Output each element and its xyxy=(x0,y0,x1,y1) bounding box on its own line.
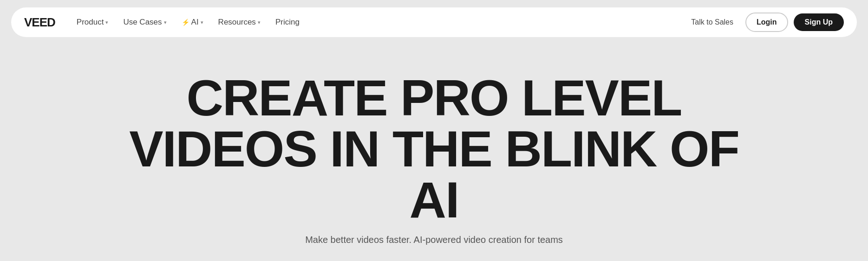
nav-right: Talk to Sales Login Sign Up xyxy=(685,13,844,32)
hero-title-line1: CREATE PRO LEVEL xyxy=(186,69,681,126)
hero-subtitle: Make better videos faster. AI-powered vi… xyxy=(305,235,563,245)
hero-title: CREATE PRO LEVEL VIDEOS IN THE BLINK OF … xyxy=(109,72,759,225)
login-button[interactable]: Login xyxy=(745,13,788,32)
nav-use-cases-label: Use Cases xyxy=(123,18,162,27)
nav-pricing-label: Pricing xyxy=(275,18,300,26)
hero-section: CREATE PRO LEVEL VIDEOS IN THE BLINK OF … xyxy=(0,45,868,261)
nav-item-use-cases[interactable]: Use Cases ▾ xyxy=(117,14,173,31)
nav-links: Product ▾ Use Cases ▾ ⚡ AI ▾ Resources ▾… xyxy=(70,14,306,31)
nav-item-product[interactable]: Product ▾ xyxy=(70,14,115,31)
logo[interactable]: VEED xyxy=(24,15,55,30)
nav-ai-label: AI xyxy=(191,18,199,27)
chevron-down-icon: ▾ xyxy=(258,19,261,25)
chevron-down-icon: ▾ xyxy=(201,19,203,25)
hero-title-line2: VIDEOS IN THE BLINK OF AI xyxy=(129,120,739,228)
nav-item-ai[interactable]: ⚡ AI ▾ xyxy=(175,14,210,31)
nav-resources-label: Resources xyxy=(218,18,256,27)
talk-to-sales-link[interactable]: Talk to Sales xyxy=(685,14,740,30)
nav-item-resources[interactable]: Resources ▾ xyxy=(212,14,267,31)
nav-product-label: Product xyxy=(77,18,104,27)
nav-item-pricing[interactable]: Pricing xyxy=(269,14,306,31)
nav-left: VEED Product ▾ Use Cases ▾ ⚡ AI ▾ Resour… xyxy=(24,14,306,31)
bolt-icon: ⚡ xyxy=(182,19,189,26)
chevron-down-icon: ▾ xyxy=(105,19,108,25)
navbar: VEED Product ▾ Use Cases ▾ ⚡ AI ▾ Resour… xyxy=(11,7,857,37)
signup-button[interactable]: Sign Up xyxy=(794,13,844,31)
chevron-down-icon: ▾ xyxy=(164,19,167,25)
